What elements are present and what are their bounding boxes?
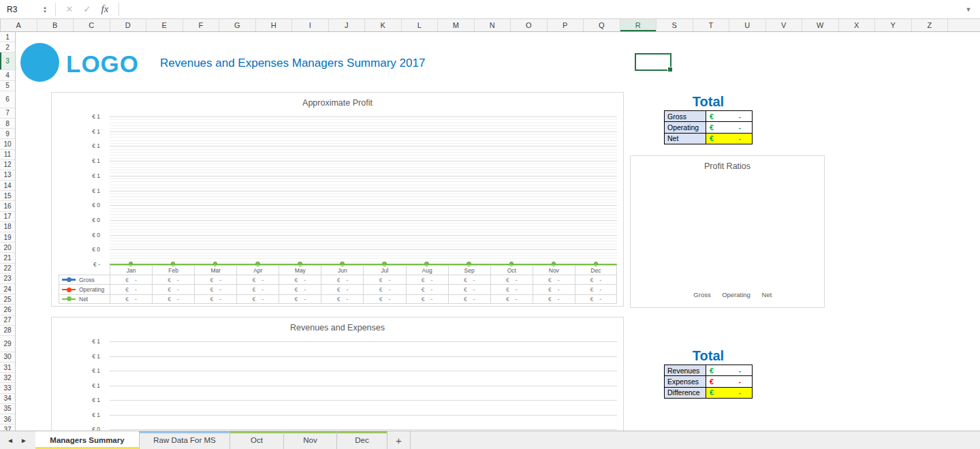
row-header-34[interactable]: 34 xyxy=(0,394,15,404)
row-header-7[interactable]: 7 xyxy=(0,108,15,119)
column-header-v[interactable]: V xyxy=(766,19,803,31)
row-header-13[interactable]: 13 xyxy=(0,170,15,181)
total-row-label[interactable]: Expenses xyxy=(665,376,706,386)
column-header-b[interactable]: B xyxy=(37,19,74,31)
column-header-k[interactable]: K xyxy=(365,19,402,31)
total-row-label[interactable]: Gross xyxy=(665,111,706,121)
sheet-tab-nov[interactable]: Nov xyxy=(284,431,337,449)
total-row-value[interactable]: €- xyxy=(706,388,752,398)
total-row-value[interactable]: €- xyxy=(706,376,752,386)
column-header-l[interactable]: L xyxy=(402,19,439,31)
row-header-14[interactable]: 14 xyxy=(0,181,15,191)
column-header-z[interactable]: Z xyxy=(912,19,949,31)
chart-revenues-expenses[interactable]: Revenues and Expenses € 1€ 1€ 1€ 1€ 1€ 1… xyxy=(51,317,624,431)
row-header-37[interactable]: 37 xyxy=(0,424,15,431)
spinner-down-icon[interactable]: ▼ xyxy=(43,10,47,14)
column-header-m[interactable]: M xyxy=(438,19,475,31)
row-header-16[interactable]: 16 xyxy=(0,201,15,211)
selected-cell-r3[interactable] xyxy=(635,53,671,71)
row-header-9[interactable]: 9 xyxy=(0,129,15,139)
row-header-28[interactable]: 28 xyxy=(0,326,15,336)
column-header-o[interactable]: O xyxy=(511,19,548,31)
row-header-21[interactable]: 21 xyxy=(0,253,15,263)
formula-input[interactable] xyxy=(124,0,957,18)
row-header-10[interactable]: 10 xyxy=(0,139,15,149)
total-row-value[interactable]: €- xyxy=(706,111,752,121)
row-header-30[interactable]: 30 xyxy=(0,352,15,362)
sheet-nav-right-icon[interactable]: ► xyxy=(20,437,27,444)
row-header-5[interactable]: 5 xyxy=(0,81,15,91)
row-header-33[interactable]: 33 xyxy=(0,383,15,393)
column-header-n[interactable]: N xyxy=(475,19,511,31)
select-all-corner[interactable] xyxy=(0,19,1,31)
column-header-i[interactable]: I xyxy=(292,19,329,31)
row-header-2[interactable]: 2 xyxy=(0,42,15,52)
name-box-spinner[interactable]: ▲ ▼ xyxy=(39,0,50,18)
row-header-22[interactable]: 22 xyxy=(0,264,15,274)
column-header-f[interactable]: F xyxy=(183,19,220,31)
row-header-35[interactable]: 35 xyxy=(0,404,15,414)
sheet-tab-managers-summary[interactable]: Managers Summary xyxy=(35,431,140,449)
row-header-32[interactable]: 32 xyxy=(0,373,15,383)
logo-circle[interactable] xyxy=(20,43,59,82)
row-header-27[interactable]: 27 xyxy=(0,315,15,326)
row-header-17[interactable]: 17 xyxy=(0,212,15,222)
insert-function-icon[interactable]: fx xyxy=(96,3,114,15)
total-row-value[interactable]: €- xyxy=(706,134,752,144)
row-header-31[interactable]: 31 xyxy=(0,362,15,373)
column-header-y[interactable]: Y xyxy=(875,19,912,31)
column-header-q[interactable]: Q xyxy=(584,19,620,31)
row-header-8[interactable]: 8 xyxy=(0,119,15,129)
column-header-p[interactable]: P xyxy=(548,19,584,31)
fill-handle[interactable] xyxy=(667,67,673,72)
row-header-18[interactable]: 18 xyxy=(0,222,15,232)
column-header-a[interactable]: A xyxy=(1,19,37,31)
total-row-value[interactable]: €- xyxy=(706,365,752,375)
row-header-12[interactable]: 12 xyxy=(0,160,15,170)
row-header-20[interactable]: 20 xyxy=(0,243,15,253)
column-header-e[interactable]: E xyxy=(146,19,183,31)
column-header-j[interactable]: J xyxy=(329,19,366,31)
column-header-x[interactable]: X xyxy=(839,19,876,31)
column-header-partial[interactable] xyxy=(948,19,980,31)
chart-approximate-profit[interactable]: Approximate Profit € 1€ 1€ 1€ 1€ 1€ 1€ 0… xyxy=(51,92,624,307)
sheet-nav-left-icon[interactable]: ◄ xyxy=(7,437,14,444)
column-header-g[interactable]: G xyxy=(219,19,256,31)
total-row-label[interactable]: Revenues xyxy=(665,365,706,375)
chart-profit-ratios[interactable]: Profit Ratios GrossOperatingNet xyxy=(630,155,825,308)
total-row-label[interactable]: Net xyxy=(665,134,706,144)
row-header-6[interactable]: 6 xyxy=(0,91,15,108)
total-row-label[interactable]: Difference xyxy=(665,388,706,398)
total-row-value[interactable]: €- xyxy=(706,122,752,132)
row-header-25[interactable]: 25 xyxy=(0,294,15,305)
sheet-canvas[interactable]: LOGO Revenues and Expenses Managers Summ… xyxy=(16,32,980,431)
column-header-t[interactable]: T xyxy=(693,19,730,31)
row-header-24[interactable]: 24 xyxy=(0,284,15,294)
cancel-icon[interactable]: ✕ xyxy=(61,4,78,14)
sheet-tab-raw-data-for-ms[interactable]: Raw Data For MS xyxy=(140,431,230,449)
column-header-h[interactable]: H xyxy=(256,19,293,31)
row-header-11[interactable]: 11 xyxy=(0,150,15,160)
row-header-1[interactable]: 1 xyxy=(0,32,15,42)
column-header-c[interactable]: C xyxy=(74,19,110,31)
sheet-tab-oct[interactable]: Oct xyxy=(230,431,284,449)
column-header-s[interactable]: S xyxy=(657,19,693,31)
row-header-36[interactable]: 36 xyxy=(0,414,15,424)
row-header-19[interactable]: 19 xyxy=(0,232,15,243)
column-header-r[interactable]: R xyxy=(620,19,657,31)
row-header-26[interactable]: 26 xyxy=(0,305,15,315)
total-row-label[interactable]: Operating xyxy=(665,122,706,132)
row-header-3[interactable]: 3 xyxy=(0,52,15,70)
name-box[interactable]: R3 xyxy=(0,0,39,18)
column-header-u[interactable]: U xyxy=(729,19,766,31)
formula-bar-expand-icon[interactable]: ▼ xyxy=(957,6,980,13)
column-header-d[interactable]: D xyxy=(110,19,147,31)
add-sheet-button[interactable]: + xyxy=(388,431,411,449)
row-header-23[interactable]: 23 xyxy=(0,274,15,284)
row-header-29[interactable]: 29 xyxy=(0,336,15,352)
column-header-w[interactable]: W xyxy=(802,19,839,31)
sheet-tab-dec[interactable]: Dec xyxy=(337,431,388,449)
row-header-4[interactable]: 4 xyxy=(0,70,15,80)
enter-icon[interactable]: ✓ xyxy=(78,4,96,14)
row-header-15[interactable]: 15 xyxy=(0,191,15,201)
